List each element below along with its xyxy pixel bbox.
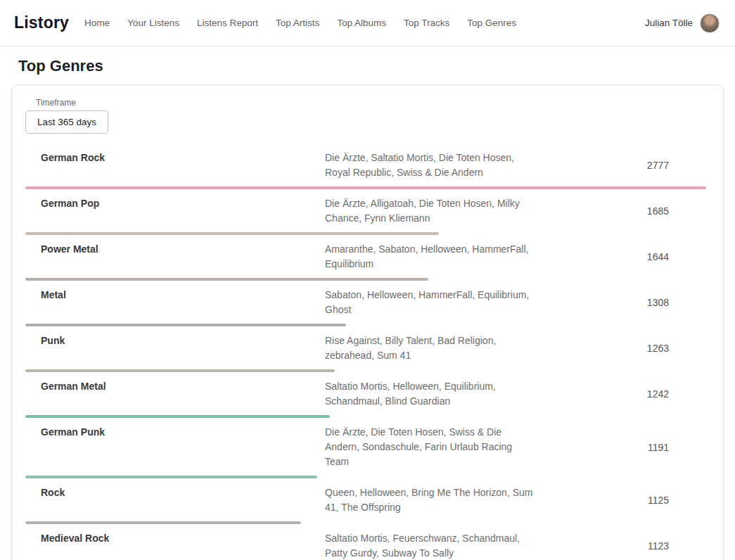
genre-row: Metal Sabaton, Helloween, HammerFall, Eq…: [25, 281, 706, 326]
genre-count: 1191: [536, 442, 706, 453]
genre-row-content: Metal Sabaton, Helloween, HammerFall, Eq…: [25, 288, 706, 317]
genre-row: German Pop Die Ärzte, Alligatoah, Die To…: [25, 189, 706, 235]
genre-artists: Die Ärzte, Die Toten Hosen, Swiss & Die …: [325, 425, 536, 469]
genre-name: Punk: [41, 333, 325, 348]
genre-row-content: German Metal Saltatio Mortis, Helloween,…: [25, 379, 706, 409]
genre-artists: Rise Against, Billy Talent, Bad Religion…: [325, 333, 536, 363]
genre-count: 1308: [536, 297, 706, 308]
timeframe-select[interactable]: Last 365 days: [25, 110, 108, 134]
genre-count: 1263: [536, 343, 706, 354]
user-name: Julian Tölle: [645, 18, 693, 28]
genre-table: German Rock Die Ärzte, Saltatio Mortis, …: [25, 144, 706, 560]
nav-item-top-genres[interactable]: Top Genres: [467, 18, 516, 28]
genre-count: 2777: [536, 160, 706, 171]
genre-row-content: Punk Rise Against, Billy Talent, Bad Rel…: [25, 333, 706, 363]
page-title: Top Genres: [18, 57, 735, 75]
genre-artists: Die Ärzte, Saltatio Mortis, Die Toten Ho…: [325, 151, 536, 180]
genre-row: German Metal Saltatio Mortis, Helloween,…: [25, 372, 706, 418]
genre-artists: Die Ärzte, Alligatoah, Die Toten Hosen, …: [325, 196, 536, 226]
genre-row: Medieval Rock Saltatio Mortis, Feuerschw…: [25, 524, 706, 560]
genre-row: Rock Queen, Helloween, Bring Me The Hori…: [25, 478, 706, 524]
nav-item-top-albums[interactable]: Top Albums: [337, 18, 386, 28]
top-nav-bar: Listory HomeYour ListensListens ReportTo…: [0, 0, 735, 46]
brand-logo[interactable]: Listory: [14, 13, 69, 32]
genre-artists: Sabaton, Helloween, HammerFall, Equilibr…: [325, 288, 536, 317]
genre-name: Medieval Rock: [41, 531, 325, 546]
nav-item-listens-report[interactable]: Listens Report: [197, 18, 258, 28]
genre-name: Rock: [41, 485, 325, 500]
genre-row: German Punk Die Ärzte, Die Toten Hosen, …: [25, 418, 706, 478]
nav-item-top-artists[interactable]: Top Artists: [276, 18, 319, 28]
genre-row-content: German Punk Die Ärzte, Die Toten Hosen, …: [25, 425, 706, 469]
genre-name: German Punk: [41, 425, 325, 440]
genre-count: 1644: [536, 251, 706, 262]
nav-item-home[interactable]: Home: [84, 18, 110, 28]
genre-name: Metal: [41, 288, 325, 303]
main-content: Top Genres Timeframe Last 365 days Germa…: [0, 57, 735, 560]
genre-name: Power Metal: [41, 242, 325, 257]
main-nav: HomeYour ListensListens ReportTop Artist…: [84, 18, 534, 28]
genre-artists: Saltatio Mortis, Helloween, Equilibrium,…: [325, 379, 536, 409]
genre-row-content: German Pop Die Ärzte, Alligatoah, Die To…: [25, 196, 706, 226]
timeframe-control: Timeframe Last 365 days: [25, 98, 706, 134]
genre-name: German Pop: [41, 196, 325, 211]
user-area: Julian Tölle: [645, 13, 720, 33]
genre-artists: Queen, Helloween, Bring Me The Horizon, …: [325, 485, 536, 515]
genre-count: 1123: [536, 540, 706, 552]
nav-item-your-listens[interactable]: Your Listens: [127, 18, 179, 28]
timeframe-label: Timeframe: [36, 98, 706, 108]
nav-item-top-tracks[interactable]: Top Tracks: [404, 18, 449, 28]
genre-row: Punk Rise Against, Billy Talent, Bad Rel…: [25, 326, 706, 372]
genre-row: German Rock Die Ärzte, Saltatio Mortis, …: [25, 144, 706, 189]
top-genres-card: Timeframe Last 365 days German Rock Die …: [11, 84, 724, 560]
genre-row-content: Medieval Rock Saltatio Mortis, Feuerschw…: [25, 531, 706, 560]
genre-row: Power Metal Amaranthe, Sabaton, Hellowee…: [25, 235, 706, 281]
genre-count: 1242: [536, 388, 706, 400]
genre-artists: Amaranthe, Sabaton, Helloween, HammerFal…: [325, 242, 536, 272]
genre-count: 1685: [536, 205, 706, 217]
genre-row-content: German Rock Die Ärzte, Saltatio Mortis, …: [25, 151, 706, 180]
genre-row-content: Rock Queen, Helloween, Bring Me The Hori…: [25, 485, 706, 515]
genre-artists: Saltatio Mortis, Feuerschwanz, Schandmau…: [325, 531, 536, 560]
genre-count: 1125: [536, 495, 706, 506]
avatar[interactable]: [700, 13, 720, 33]
genre-name: German Rock: [41, 151, 325, 165]
genre-name: German Metal: [41, 379, 325, 394]
genre-row-content: Power Metal Amaranthe, Sabaton, Hellowee…: [25, 242, 706, 272]
